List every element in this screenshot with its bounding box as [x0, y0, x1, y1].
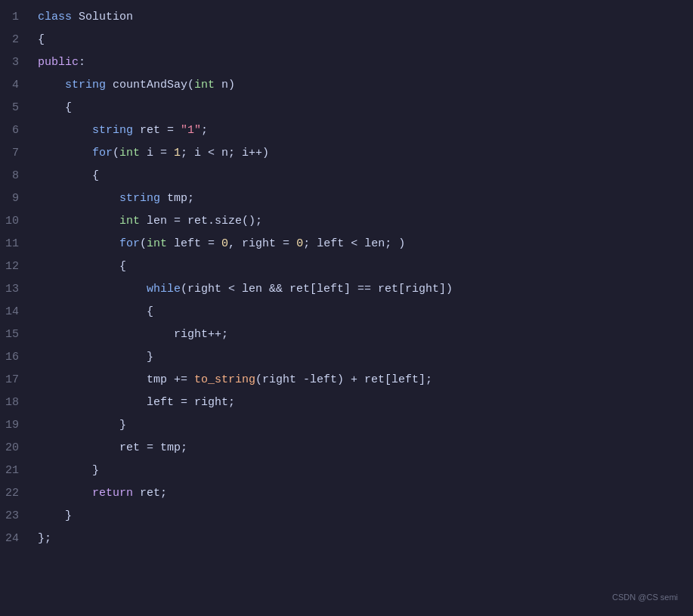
line-number: 6 [0, 119, 34, 142]
line-content: class Solution [34, 6, 693, 29]
token: int [119, 147, 147, 159]
token [38, 283, 147, 296]
code-line: 16 } [0, 346, 693, 369]
token [38, 147, 92, 159]
token: { [38, 260, 126, 273]
token: len = ret.size(); [147, 215, 262, 228]
code-line: 7 for(int i = 1; i < n; i++) [0, 142, 693, 165]
token: class [38, 11, 79, 23]
code-line: 14 { [0, 301, 693, 323]
token: 0 [296, 237, 303, 250]
line-number: 17 [0, 369, 34, 392]
token [38, 487, 92, 500]
token: (right -left) + ret[left]; [255, 373, 432, 386]
line-number: 8 [0, 165, 34, 187]
token: right++; [38, 328, 228, 341]
token: tmp += [38, 373, 194, 386]
line-number: 7 [0, 142, 34, 165]
token: string [38, 79, 113, 91]
line-number: 21 [0, 460, 34, 482]
watermark: CSDN @CS semi [612, 586, 678, 608]
code-line: 22 return ret; [0, 482, 693, 505]
line-content: { [34, 29, 693, 51]
token: } [38, 464, 99, 477]
token: left = [174, 237, 221, 250]
token: (right < len && ret[left] == ret[right]) [181, 283, 453, 296]
code-line: 2{ [0, 29, 693, 51]
token: countAndSay( [113, 79, 194, 91]
line-number: 9 [0, 187, 34, 210]
code-line: 12 { [0, 255, 693, 278]
token: 0 [221, 237, 228, 250]
line-number: 2 [0, 29, 34, 51]
line-number: 23 [0, 505, 34, 528]
line-content: ret = tmp; [34, 437, 693, 460]
code-line: 19 } [0, 414, 693, 437]
line-content: left = right; [34, 392, 693, 414]
token: }; [38, 532, 51, 545]
token: string [38, 192, 167, 205]
line-content: { [34, 301, 693, 323]
line-content: { [34, 255, 693, 278]
line-content: } [34, 414, 693, 437]
token: i = [147, 147, 174, 159]
line-content: return ret; [34, 482, 693, 505]
token: { [38, 305, 153, 318]
line-content: tmp += to_string(right -left) + ret[left… [34, 369, 693, 392]
token: ; left < len; ) [303, 237, 405, 250]
token: ( [140, 237, 147, 250]
token: while [147, 283, 181, 296]
code-line: 8 { [0, 165, 693, 187]
code-line: 21 } [0, 460, 693, 482]
line-content: string countAndSay(int n) [34, 74, 693, 97]
line-content: int len = ret.size(); [34, 210, 693, 233]
line-number: 13 [0, 278, 34, 301]
token: to_string [194, 373, 255, 386]
token: string [38, 124, 140, 137]
code-line: 20 ret = tmp; [0, 437, 693, 460]
line-content: for(int i = 1; i < n; i++) [34, 142, 693, 165]
line-number: 15 [0, 323, 34, 346]
line-number: 5 [0, 97, 34, 119]
token: ; [201, 124, 208, 137]
line-content: } [34, 460, 693, 482]
token: int [119, 215, 147, 228]
token: ret = tmp; [38, 441, 187, 454]
line-number: 20 [0, 437, 34, 460]
token [38, 215, 119, 228]
token: int [147, 237, 174, 250]
code-line: 13 while(right < len && ret[left] == ret… [0, 278, 693, 301]
line-content: { [34, 97, 693, 119]
line-number: 18 [0, 392, 34, 414]
line-content: right++; [34, 323, 693, 346]
token: ( [113, 147, 119, 159]
code-line: 4 string countAndSay(int n) [0, 74, 693, 97]
line-number: 1 [0, 6, 34, 29]
token [38, 237, 119, 250]
token: , right = [228, 237, 296, 250]
token: for [119, 237, 140, 250]
code-line: 17 tmp += to_string(right -left) + ret[l… [0, 369, 693, 392]
line-content: while(right < len && ret[left] == ret[ri… [34, 278, 693, 301]
token: { [38, 33, 45, 46]
code-line: 24}; [0, 528, 693, 550]
line-content: string ret = "1"; [34, 119, 693, 142]
token: { [38, 101, 72, 114]
code-line: 10 int len = ret.size(); [0, 210, 693, 233]
line-content: for(int left = 0, right = 0; left < len;… [34, 233, 693, 255]
token: "1" [181, 124, 201, 137]
line-number: 3 [0, 51, 34, 74]
token: ret; [140, 487, 167, 500]
code-line: 23 } [0, 505, 693, 528]
line-content: public: [34, 51, 693, 74]
token: Solution [79, 11, 133, 23]
line-content: }; [34, 528, 693, 550]
code-line: 9 string tmp; [0, 187, 693, 210]
code-line: 6 string ret = "1"; [0, 119, 693, 142]
line-number: 16 [0, 346, 34, 369]
line-number: 10 [0, 210, 34, 233]
token: 1 [174, 147, 181, 159]
line-content: } [34, 346, 693, 369]
line-number: 11 [0, 233, 34, 255]
token: } [38, 419, 126, 432]
